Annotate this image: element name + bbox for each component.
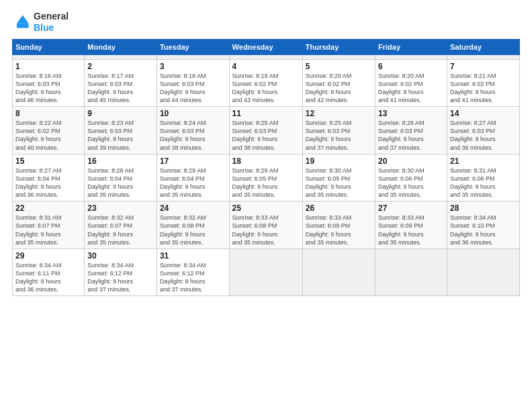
calendar-cell: 20Sunrise: 8:30 AM Sunset: 6:06 PM Dayli… xyxy=(375,154,447,201)
calendar-cell: 2Sunrise: 8:17 AM Sunset: 6:03 PM Daylig… xyxy=(85,59,157,107)
calendar-cell xyxy=(229,54,302,59)
calendar-cell: 24Sunrise: 8:32 AM Sunset: 6:08 PM Dayli… xyxy=(157,201,229,249)
day-info: Sunrise: 8:25 AM Sunset: 6:03 PM Dayligh… xyxy=(232,119,300,152)
day-number: 26 xyxy=(306,203,372,213)
calendar-cell: 26Sunrise: 8:33 AM Sunset: 6:09 PM Dayli… xyxy=(302,201,375,249)
day-info: Sunrise: 8:34 AM Sunset: 6:11 PM Dayligh… xyxy=(15,261,81,294)
day-number: 19 xyxy=(306,156,372,166)
calendar-cell: 25Sunrise: 8:33 AM Sunset: 6:08 PM Dayli… xyxy=(229,201,302,249)
calendar-cell xyxy=(302,54,375,59)
calendar-cell: 23Sunrise: 8:32 AM Sunset: 6:07 PM Dayli… xyxy=(85,201,157,249)
day-number: 30 xyxy=(87,251,154,261)
day-number: 6 xyxy=(378,62,444,71)
day-info: Sunrise: 8:17 AM Sunset: 6:03 PM Dayligh… xyxy=(87,72,154,105)
calendar-cell: 9Sunrise: 8:23 AM Sunset: 6:03 PM Daylig… xyxy=(85,107,157,154)
col-header-wednesday: Wednesday xyxy=(229,39,302,54)
day-info: Sunrise: 8:33 AM Sunset: 6:09 PM Dayligh… xyxy=(378,214,444,246)
calendar-header-row: SundayMondayTuesdayWednesdayThursdayFrid… xyxy=(13,39,520,54)
day-number: 31 xyxy=(160,251,226,261)
calendar-cell: 1Sunrise: 8:16 AM Sunset: 6:03 PM Daylig… xyxy=(13,59,85,107)
header: General Blue xyxy=(12,11,520,34)
day-info: Sunrise: 8:33 AM Sunset: 6:08 PM Dayligh… xyxy=(232,214,300,246)
day-number: 9 xyxy=(87,109,154,118)
calendar-week-0 xyxy=(13,54,520,59)
day-info: Sunrise: 8:29 AM Sunset: 6:04 PM Dayligh… xyxy=(160,167,226,199)
calendar-cell xyxy=(13,54,85,59)
col-header-monday: Monday xyxy=(85,39,157,54)
day-info: Sunrise: 8:31 AM Sunset: 6:06 PM Dayligh… xyxy=(450,167,517,199)
day-number: 4 xyxy=(232,62,300,71)
calendar-cell: 5Sunrise: 8:20 AM Sunset: 6:02 PM Daylig… xyxy=(302,59,375,107)
calendar-cell xyxy=(302,248,375,296)
calendar-cell: 17Sunrise: 8:29 AM Sunset: 6:04 PM Dayli… xyxy=(157,154,229,201)
calendar-cell: 13Sunrise: 8:26 AM Sunset: 6:03 PM Dayli… xyxy=(375,107,447,154)
calendar-cell xyxy=(157,54,229,59)
day-number: 1 xyxy=(15,62,81,71)
calendar-week-2: 8Sunrise: 8:22 AM Sunset: 6:02 PM Daylig… xyxy=(13,107,520,154)
day-number: 10 xyxy=(160,109,226,118)
day-info: Sunrise: 8:34 AM Sunset: 6:12 PM Dayligh… xyxy=(87,261,154,294)
calendar-week-4: 22Sunrise: 8:31 AM Sunset: 6:07 PM Dayli… xyxy=(13,201,520,249)
calendar-week-1: 1Sunrise: 8:16 AM Sunset: 6:03 PM Daylig… xyxy=(13,59,520,107)
svg-marker-0 xyxy=(17,15,29,23)
calendar-cell: 4Sunrise: 8:19 AM Sunset: 6:02 PM Daylig… xyxy=(229,59,302,107)
day-info: Sunrise: 8:27 AM Sunset: 6:04 PM Dayligh… xyxy=(15,167,81,199)
day-info: Sunrise: 8:19 AM Sunset: 6:02 PM Dayligh… xyxy=(232,72,300,105)
day-number: 12 xyxy=(306,109,372,118)
day-info: Sunrise: 8:25 AM Sunset: 6:03 PM Dayligh… xyxy=(306,119,372,152)
day-info: Sunrise: 8:22 AM Sunset: 6:02 PM Dayligh… xyxy=(15,119,81,152)
day-info: Sunrise: 8:24 AM Sunset: 6:03 PM Dayligh… xyxy=(160,119,226,152)
calendar-cell xyxy=(375,248,447,296)
calendar-cell: 21Sunrise: 8:31 AM Sunset: 6:06 PM Dayli… xyxy=(447,154,519,201)
day-info: Sunrise: 8:16 AM Sunset: 6:03 PM Dayligh… xyxy=(15,72,81,105)
calendar-cell xyxy=(447,248,519,296)
day-number: 25 xyxy=(232,203,300,213)
day-number: 20 xyxy=(378,156,444,166)
calendar-cell: 29Sunrise: 8:34 AM Sunset: 6:11 PM Dayli… xyxy=(13,248,85,296)
calendar-cell xyxy=(375,54,447,59)
calendar-cell: 7Sunrise: 8:21 AM Sunset: 6:02 PM Daylig… xyxy=(447,59,519,107)
logo: General Blue xyxy=(12,11,69,34)
day-info: Sunrise: 8:32 AM Sunset: 6:07 PM Dayligh… xyxy=(87,214,154,246)
day-info: Sunrise: 8:28 AM Sunset: 6:04 PM Dayligh… xyxy=(87,167,154,199)
col-header-tuesday: Tuesday xyxy=(157,39,229,54)
day-info: Sunrise: 8:34 AM Sunset: 6:10 PM Dayligh… xyxy=(450,214,517,246)
day-info: Sunrise: 8:30 AM Sunset: 6:05 PM Dayligh… xyxy=(306,167,372,199)
day-number: 3 xyxy=(160,62,226,71)
calendar-cell: 19Sunrise: 8:30 AM Sunset: 6:05 PM Dayli… xyxy=(302,154,375,201)
day-number: 23 xyxy=(87,203,154,213)
day-number: 24 xyxy=(160,203,226,213)
day-info: Sunrise: 8:21 AM Sunset: 6:02 PM Dayligh… xyxy=(450,72,517,105)
day-info: Sunrise: 8:20 AM Sunset: 6:02 PM Dayligh… xyxy=(378,72,444,105)
page: General Blue SundayMondayTuesdayWednesda… xyxy=(0,0,532,411)
day-info: Sunrise: 8:33 AM Sunset: 6:09 PM Dayligh… xyxy=(306,214,372,246)
day-number: 13 xyxy=(378,109,444,118)
day-number: 15 xyxy=(15,156,81,166)
calendar-cell: 15Sunrise: 8:27 AM Sunset: 6:04 PM Dayli… xyxy=(13,154,85,201)
day-info: Sunrise: 8:29 AM Sunset: 6:05 PM Dayligh… xyxy=(232,167,300,199)
calendar-cell: 11Sunrise: 8:25 AM Sunset: 6:03 PM Dayli… xyxy=(229,107,302,154)
day-info: Sunrise: 8:27 AM Sunset: 6:03 PM Dayligh… xyxy=(450,119,517,152)
calendar-cell: 6Sunrise: 8:20 AM Sunset: 6:02 PM Daylig… xyxy=(375,59,447,107)
day-number: 18 xyxy=(232,156,300,166)
calendar-cell: 3Sunrise: 8:18 AM Sunset: 6:03 PM Daylig… xyxy=(157,59,229,107)
day-number: 29 xyxy=(15,251,81,261)
day-number: 5 xyxy=(306,62,372,71)
day-info: Sunrise: 8:23 AM Sunset: 6:03 PM Dayligh… xyxy=(87,119,154,152)
day-info: Sunrise: 8:32 AM Sunset: 6:08 PM Dayligh… xyxy=(160,214,226,246)
col-header-saturday: Saturday xyxy=(447,39,519,54)
day-number: 22 xyxy=(15,203,81,213)
calendar-cell: 18Sunrise: 8:29 AM Sunset: 6:05 PM Dayli… xyxy=(229,154,302,201)
calendar-cell: 8Sunrise: 8:22 AM Sunset: 6:02 PM Daylig… xyxy=(13,107,85,154)
logo-icon xyxy=(12,13,31,32)
day-number: 17 xyxy=(160,156,226,166)
svg-rect-1 xyxy=(17,24,29,28)
calendar-week-5: 29Sunrise: 8:34 AM Sunset: 6:11 PM Dayli… xyxy=(13,248,520,296)
day-info: Sunrise: 8:31 AM Sunset: 6:07 PM Dayligh… xyxy=(15,214,81,246)
col-header-thursday: Thursday xyxy=(302,39,375,54)
calendar-table: SundayMondayTuesdayWednesdayThursdayFrid… xyxy=(12,39,520,297)
calendar-week-3: 15Sunrise: 8:27 AM Sunset: 6:04 PM Dayli… xyxy=(13,154,520,201)
calendar-cell: 27Sunrise: 8:33 AM Sunset: 6:09 PM Dayli… xyxy=(375,201,447,249)
calendar-cell xyxy=(229,248,302,296)
calendar-cell: 16Sunrise: 8:28 AM Sunset: 6:04 PM Dayli… xyxy=(85,154,157,201)
